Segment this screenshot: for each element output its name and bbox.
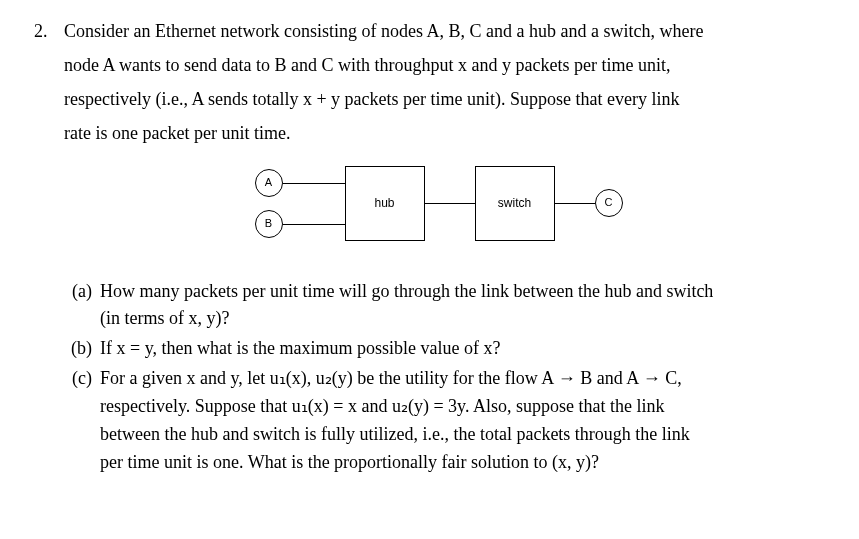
part-b: (b) If x = y, then what is the maximum p…: [64, 335, 825, 363]
diagram-container: A B hub switch C: [64, 166, 825, 256]
node-a-icon: A: [255, 169, 283, 197]
node-b-label: B: [265, 215, 272, 232]
part-b-label: (b): [64, 335, 100, 363]
question-line-1: Consider an Ethernet network consisting …: [64, 18, 825, 46]
part-c-line-3: between the hub and switch is fully util…: [100, 421, 825, 449]
part-a-label: (a): [64, 278, 100, 334]
network-diagram: A B hub switch C: [255, 166, 635, 256]
part-a-line-1: How many packets per unit time will go t…: [100, 278, 825, 306]
link-a-hub: [283, 183, 345, 185]
node-b-icon: B: [255, 210, 283, 238]
switch-icon: switch: [475, 166, 555, 241]
question-number: 2.: [34, 18, 64, 479]
hub-icon: hub: [345, 166, 425, 241]
link-hub-switch: [425, 203, 475, 205]
part-c: (c) For a given x and y, let u₁(x), u₂(y…: [64, 365, 825, 477]
part-c-line-1: For a given x and y, let u₁(x), u₂(y) be…: [100, 365, 825, 393]
link-switch-c: [555, 203, 595, 205]
node-c-label: C: [605, 194, 613, 211]
part-b-body: If x = y, then what is the maximum possi…: [100, 335, 825, 363]
part-a-body: How many packets per unit time will go t…: [100, 278, 825, 334]
part-c-line-4: per time unit is one. What is the propor…: [100, 449, 825, 477]
node-c-icon: C: [595, 189, 623, 217]
question-block: 2. Consider an Ethernet network consisti…: [34, 18, 825, 479]
question-line-4: rate is one packet per unit time.: [64, 120, 825, 148]
part-a: (a) How many packets per unit time will …: [64, 278, 825, 334]
question-line-3: respectively (i.e., A sends totally x + …: [64, 86, 825, 114]
part-a-line-2: (in terms of x, y)?: [100, 305, 825, 333]
question-line-2: node A wants to send data to B and C wit…: [64, 52, 825, 80]
node-a-label: A: [265, 174, 272, 191]
subparts: (a) How many packets per unit time will …: [64, 278, 825, 477]
hub-label: hub: [374, 194, 394, 213]
switch-label: switch: [498, 194, 531, 213]
question-body: Consider an Ethernet network consisting …: [64, 18, 825, 479]
link-b-hub: [283, 224, 345, 226]
part-c-line-2: respectively. Suppose that u₁(x) = x and…: [100, 393, 825, 421]
part-b-line-1: If x = y, then what is the maximum possi…: [100, 335, 825, 363]
part-c-body: For a given x and y, let u₁(x), u₂(y) be…: [100, 365, 825, 477]
part-c-label: (c): [64, 365, 100, 477]
